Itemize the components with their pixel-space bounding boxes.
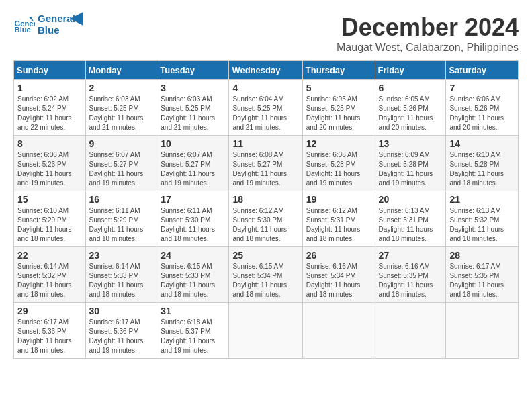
day-info: Sunrise: 6:15 AMSunset: 5:33 PMDaylight:… xyxy=(161,262,225,300)
page-header: General Blue General Blue December 2024 … xyxy=(13,13,519,54)
day-number: 3 xyxy=(161,83,225,93)
week-row-4: 22 Sunrise: 6:14 AMSunset: 5:32 PMDaylig… xyxy=(14,247,519,303)
day-info: Sunrise: 6:17 AMSunset: 5:36 PMDaylight:… xyxy=(17,318,82,355)
day-number: 2 xyxy=(89,83,154,93)
column-header-thursday: Thursday xyxy=(302,61,375,80)
day-number: 10 xyxy=(161,138,225,149)
calendar-cell: 14 Sunrise: 6:10 AMSunset: 5:28 PMDaylig… xyxy=(446,136,519,191)
day-info: Sunrise: 6:07 AMSunset: 5:27 PMDaylight:… xyxy=(161,150,225,188)
calendar-header-row: SundayMondayTuesdayWednesdayThursdayFrid… xyxy=(14,61,519,80)
day-number: 19 xyxy=(306,194,371,205)
column-header-wednesday: Wednesday xyxy=(229,61,302,80)
day-number: 29 xyxy=(17,306,82,316)
day-info: Sunrise: 6:08 AMSunset: 5:27 PMDaylight:… xyxy=(232,150,298,188)
day-number: 7 xyxy=(449,83,515,93)
calendar-cell: 6 Sunrise: 6:05 AMSunset: 5:26 PMDayligh… xyxy=(375,80,446,136)
day-info: Sunrise: 6:09 AMSunset: 5:28 PMDaylight:… xyxy=(379,150,443,188)
calendar-cell xyxy=(302,303,375,359)
day-info: Sunrise: 6:03 AMSunset: 5:25 PMDaylight:… xyxy=(161,95,225,132)
day-info: Sunrise: 6:18 AMSunset: 5:37 PMDaylight:… xyxy=(161,318,225,355)
column-header-friday: Friday xyxy=(375,61,446,80)
day-info: Sunrise: 6:15 AMSunset: 5:34 PMDaylight:… xyxy=(232,262,298,300)
calendar-cell: 7 Sunrise: 6:06 AMSunset: 5:26 PMDayligh… xyxy=(446,80,519,136)
day-info: Sunrise: 6:10 AMSunset: 5:28 PMDaylight:… xyxy=(449,150,515,188)
day-number: 28 xyxy=(449,250,515,261)
day-number: 24 xyxy=(161,250,225,261)
day-info: Sunrise: 6:05 AMSunset: 5:25 PMDaylight:… xyxy=(306,95,371,132)
day-number: 26 xyxy=(306,250,371,261)
calendar-cell xyxy=(229,303,302,359)
day-number: 20 xyxy=(379,194,443,205)
week-row-3: 15 Sunrise: 6:10 AMSunset: 5:29 PMDaylig… xyxy=(14,191,519,247)
calendar-cell: 21 Sunrise: 6:13 AMSunset: 5:32 PMDaylig… xyxy=(446,191,519,247)
calendar-cell: 12 Sunrise: 6:08 AMSunset: 5:28 PMDaylig… xyxy=(302,136,375,191)
calendar-cell: 28 Sunrise: 6:17 AMSunset: 5:35 PMDaylig… xyxy=(446,247,519,303)
day-info: Sunrise: 6:02 AMSunset: 5:24 PMDaylight:… xyxy=(17,95,82,132)
month-title: December 2024 xyxy=(337,13,519,42)
day-number: 8 xyxy=(17,138,82,149)
calendar-cell: 30 Sunrise: 6:17 AMSunset: 5:36 PMDaylig… xyxy=(85,303,157,359)
calendar-cell: 24 Sunrise: 6:15 AMSunset: 5:33 PMDaylig… xyxy=(157,247,229,303)
column-header-saturday: Saturday xyxy=(446,61,519,80)
calendar-cell: 23 Sunrise: 6:14 AMSunset: 5:33 PMDaylig… xyxy=(85,247,157,303)
calendar-cell: 15 Sunrise: 6:10 AMSunset: 5:29 PMDaylig… xyxy=(14,191,86,247)
day-number: 22 xyxy=(17,250,82,261)
calendar-cell: 8 Sunrise: 6:06 AMSunset: 5:26 PMDayligh… xyxy=(14,136,86,191)
calendar-cell: 1 Sunrise: 6:02 AMSunset: 5:24 PMDayligh… xyxy=(14,80,86,136)
day-number: 14 xyxy=(449,138,515,149)
day-info: Sunrise: 6:06 AMSunset: 5:26 PMDaylight:… xyxy=(17,150,82,188)
calendar-cell: 13 Sunrise: 6:09 AMSunset: 5:28 PMDaylig… xyxy=(375,136,446,191)
calendar-cell: 25 Sunrise: 6:15 AMSunset: 5:34 PMDaylig… xyxy=(229,247,302,303)
day-info: Sunrise: 6:12 AMSunset: 5:30 PMDaylight:… xyxy=(232,206,298,244)
day-number: 13 xyxy=(379,138,443,149)
day-number: 12 xyxy=(306,138,371,149)
day-info: Sunrise: 6:07 AMSunset: 5:27 PMDaylight:… xyxy=(89,150,154,188)
day-info: Sunrise: 6:11 AMSunset: 5:29 PMDaylight:… xyxy=(89,206,154,244)
calendar-cell xyxy=(375,303,446,359)
day-number: 17 xyxy=(161,194,225,205)
calendar-cell: 10 Sunrise: 6:07 AMSunset: 5:27 PMDaylig… xyxy=(157,136,229,191)
day-number: 6 xyxy=(379,83,443,93)
day-info: Sunrise: 6:04 AMSunset: 5:25 PMDaylight:… xyxy=(232,95,298,132)
column-header-tuesday: Tuesday xyxy=(157,61,229,80)
day-number: 11 xyxy=(232,138,298,149)
calendar-cell: 16 Sunrise: 6:11 AMSunset: 5:29 PMDaylig… xyxy=(85,191,157,247)
calendar-cell: 5 Sunrise: 6:05 AMSunset: 5:25 PMDayligh… xyxy=(302,80,375,136)
logo-icon: General Blue xyxy=(13,14,35,36)
day-number: 9 xyxy=(89,138,154,149)
calendar-cell: 18 Sunrise: 6:12 AMSunset: 5:30 PMDaylig… xyxy=(229,191,302,247)
day-info: Sunrise: 6:06 AMSunset: 5:26 PMDaylight:… xyxy=(449,95,515,132)
day-info: Sunrise: 6:17 AMSunset: 5:35 PMDaylight:… xyxy=(449,262,515,300)
column-header-sunday: Sunday xyxy=(14,61,86,80)
day-info: Sunrise: 6:14 AMSunset: 5:32 PMDaylight:… xyxy=(17,262,82,300)
day-number: 21 xyxy=(449,194,515,205)
day-number: 4 xyxy=(232,83,298,93)
week-row-1: 1 Sunrise: 6:02 AMSunset: 5:24 PMDayligh… xyxy=(14,80,519,136)
calendar-cell: 27 Sunrise: 6:16 AMSunset: 5:35 PMDaylig… xyxy=(375,247,446,303)
day-number: 15 xyxy=(17,194,82,205)
calendar-cell: 29 Sunrise: 6:17 AMSunset: 5:36 PMDaylig… xyxy=(14,303,86,359)
calendar-table: SundayMondayTuesdayWednesdayThursdayFrid… xyxy=(13,60,519,359)
day-number: 31 xyxy=(161,306,225,316)
day-info: Sunrise: 6:16 AMSunset: 5:35 PMDaylight:… xyxy=(379,262,443,300)
logo: General Blue General Blue xyxy=(13,13,83,36)
day-info: Sunrise: 6:12 AMSunset: 5:31 PMDaylight:… xyxy=(306,206,371,244)
day-number: 1 xyxy=(17,83,82,93)
logo-blue: Blue xyxy=(38,25,75,36)
day-info: Sunrise: 6:11 AMSunset: 5:30 PMDaylight:… xyxy=(161,206,225,244)
day-number: 30 xyxy=(89,306,154,316)
calendar-cell: 11 Sunrise: 6:08 AMSunset: 5:27 PMDaylig… xyxy=(229,136,302,191)
calendar-cell: 17 Sunrise: 6:11 AMSunset: 5:30 PMDaylig… xyxy=(157,191,229,247)
day-info: Sunrise: 6:16 AMSunset: 5:34 PMDaylight:… xyxy=(306,262,371,300)
logo-arrow-icon xyxy=(70,12,83,26)
calendar-cell: 3 Sunrise: 6:03 AMSunset: 5:25 PMDayligh… xyxy=(157,80,229,136)
day-info: Sunrise: 6:10 AMSunset: 5:29 PMDaylight:… xyxy=(17,206,82,244)
calendar-cell: 4 Sunrise: 6:04 AMSunset: 5:25 PMDayligh… xyxy=(229,80,302,136)
day-number: 23 xyxy=(89,250,154,261)
day-number: 5 xyxy=(306,83,371,93)
calendar-cell: 9 Sunrise: 6:07 AMSunset: 5:27 PMDayligh… xyxy=(85,136,157,191)
calendar-cell: 2 Sunrise: 6:03 AMSunset: 5:25 PMDayligh… xyxy=(85,80,157,136)
title-section: December 2024 Maugat West, Calabarzon, P… xyxy=(337,13,519,54)
day-info: Sunrise: 6:17 AMSunset: 5:36 PMDaylight:… xyxy=(89,318,154,355)
day-number: 27 xyxy=(379,250,443,261)
